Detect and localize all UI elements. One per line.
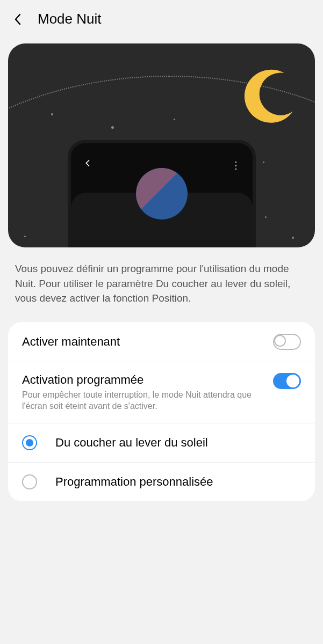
activate-now-toggle[interactable] (273, 334, 301, 350)
page-title: Mode Nuit (38, 11, 102, 27)
scheduled-label: Activation programmée (22, 373, 273, 387)
scheduled-sub: Pour empêcher toute interruption, le mod… (22, 389, 273, 412)
scheduled-toggle[interactable] (273, 373, 301, 389)
back-icon[interactable] (12, 13, 24, 25)
activate-now-label: Activer maintenant (22, 335, 273, 349)
radio-checked-icon[interactable] (22, 435, 37, 450)
option-custom-label: Programmation personnalisée (55, 475, 213, 489)
radio-unchecked-icon[interactable] (22, 474, 37, 489)
description-text: Vous pouvez définir un programme pour l'… (0, 247, 323, 322)
moon-icon (240, 67, 299, 126)
scheduled-row[interactable]: Activation programmée Pour empêcher tout… (8, 362, 315, 423)
phone-menu-icon: ⋮ (231, 159, 240, 171)
option-sunset-sunrise[interactable]: Du coucher au lever du soleil (8, 423, 315, 463)
option-sunset-label: Du coucher au lever du soleil (55, 436, 208, 450)
phone-back-icon (84, 159, 91, 167)
activate-now-row[interactable]: Activer maintenant (8, 322, 315, 362)
hero-illustration: ⋮ (8, 43, 315, 247)
planet-icon (136, 168, 188, 219)
option-custom-schedule[interactable]: Programmation personnalisée (8, 463, 315, 501)
phone-mockup: ⋮ (68, 140, 256, 247)
